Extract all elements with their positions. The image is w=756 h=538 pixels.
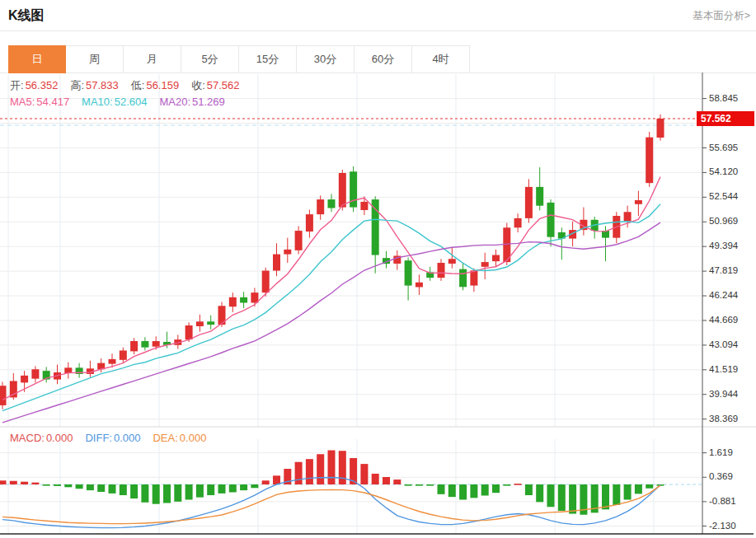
macd-bar xyxy=(547,484,555,507)
macd-bar xyxy=(514,484,522,485)
macd-bar xyxy=(503,484,510,486)
axis-tick-label: 55.695 xyxy=(709,143,738,152)
chart-area: 58.84557.27055.69554.12052.54450.96949.3… xyxy=(0,0,756,538)
macd-bar xyxy=(31,483,39,484)
readout-item: DEA:0.000 xyxy=(153,432,206,444)
candle xyxy=(284,250,291,255)
macd-bar xyxy=(153,484,160,504)
candle xyxy=(31,369,39,378)
macd-bar xyxy=(416,484,423,486)
axis-tick-label: 1.619 xyxy=(709,447,733,457)
macd-bar xyxy=(536,484,543,502)
candle xyxy=(229,297,237,306)
candle xyxy=(459,269,467,288)
candle xyxy=(196,321,204,326)
candle xyxy=(624,212,632,221)
candle xyxy=(295,231,303,250)
macd-bar xyxy=(613,484,620,505)
candle xyxy=(405,260,412,285)
candle xyxy=(306,214,313,232)
readout-item: MACD:0.000 xyxy=(10,432,73,444)
candle xyxy=(481,262,489,267)
macd-bar xyxy=(218,484,226,494)
macd-bar xyxy=(174,484,181,502)
candle xyxy=(262,271,270,293)
macd-bar xyxy=(306,459,313,484)
macd-bar xyxy=(602,484,609,509)
macd-bar xyxy=(393,480,401,484)
candle xyxy=(251,292,258,302)
axis-tick-label: 50.969 xyxy=(709,216,738,226)
candle xyxy=(328,199,336,208)
macd-bar xyxy=(372,474,379,484)
macd-bar xyxy=(10,481,17,484)
candle xyxy=(130,341,138,351)
macd-bar xyxy=(383,477,390,484)
axis-tick-label: 58.845 xyxy=(709,93,738,103)
macd-bar xyxy=(339,451,346,484)
current-price-badge-text: 57.562 xyxy=(701,113,731,124)
macd-bar xyxy=(558,484,566,511)
macd-bar xyxy=(525,484,533,495)
macd-bar xyxy=(21,482,28,484)
macd-bar xyxy=(64,484,72,487)
macd-bar xyxy=(262,480,270,484)
macd-bar xyxy=(360,464,368,484)
macd-bar xyxy=(635,484,642,494)
candle xyxy=(339,173,346,208)
candle xyxy=(317,199,324,214)
candle xyxy=(635,200,642,204)
macd-bar xyxy=(141,484,148,503)
macd-bar xyxy=(438,484,445,494)
candle xyxy=(646,138,653,183)
macd-bar xyxy=(43,484,50,486)
candle xyxy=(273,255,280,271)
readout-item: 低:56.159 xyxy=(131,78,179,93)
macd-bar xyxy=(76,484,83,489)
kline-chart[interactable]: 58.84557.27055.69554.12052.54450.96949.3… xyxy=(0,73,756,538)
axis-layer: 58.84557.27055.69554.12052.54450.96949.3… xyxy=(0,73,756,534)
macd-bar xyxy=(120,484,127,495)
macd-bar xyxy=(163,484,171,503)
macd-bar xyxy=(646,484,653,489)
macd-bar xyxy=(273,475,280,484)
macd-bar xyxy=(0,480,7,484)
candle xyxy=(141,341,148,348)
candle xyxy=(416,283,423,288)
macd-bar xyxy=(448,484,456,497)
macd-bar xyxy=(295,462,303,484)
macd-bar xyxy=(54,484,61,486)
macd-bar xyxy=(405,484,412,486)
macd-bar xyxy=(87,484,94,490)
axis-tick-label: 43.094 xyxy=(709,339,739,349)
axis-tick-label: 44.669 xyxy=(709,315,738,325)
macd-bar xyxy=(481,484,489,496)
candle xyxy=(109,359,116,364)
candle xyxy=(657,119,664,138)
candle xyxy=(21,376,28,383)
axis-tick-label: 54.120 xyxy=(709,166,738,176)
candle xyxy=(360,202,368,210)
readout-item: MA20:51.269 xyxy=(159,96,224,108)
macd-bar xyxy=(470,484,477,498)
macd-bar xyxy=(459,484,467,499)
candle xyxy=(525,187,533,218)
candle xyxy=(492,255,500,262)
readout-item: 高:57.833 xyxy=(70,78,118,93)
candle xyxy=(153,341,160,347)
axis-tick-label: 52.544 xyxy=(709,191,739,201)
candle xyxy=(470,270,477,285)
macd-bar xyxy=(317,454,324,484)
candle xyxy=(240,297,247,303)
readout-item: DIFF:0.000 xyxy=(85,432,140,444)
readout-item: MA10:52.604 xyxy=(82,96,147,108)
axis-tick-label: 0.369 xyxy=(709,471,733,481)
readout-item: 收:57.562 xyxy=(191,78,239,93)
axis-tick-label: 41.519 xyxy=(709,364,738,374)
axis-tick-label: -2.130 xyxy=(709,521,736,531)
macd-bar xyxy=(97,484,105,492)
candle xyxy=(547,203,555,237)
macd-bar xyxy=(229,484,237,492)
candle xyxy=(372,199,379,255)
candle xyxy=(120,350,127,359)
